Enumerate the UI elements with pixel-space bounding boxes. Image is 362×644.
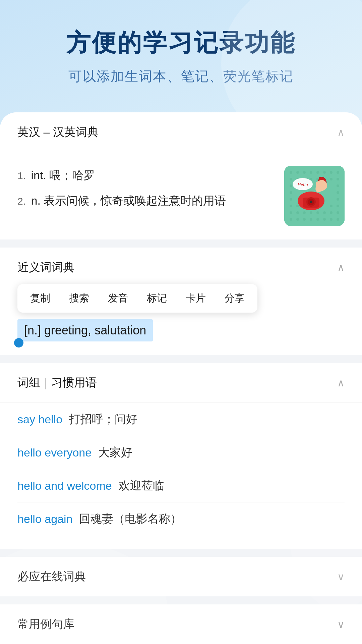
context-menu-copy[interactable]: 复制 [21, 284, 60, 313]
synonyms-section: 近义词词典 ∧ 复制 搜索 发音 标记 卡片 分享 [n.] greeting,… [0, 248, 362, 355]
phrase-english-3: hello and welcome [17, 479, 112, 492]
context-menu: 复制 搜索 发音 标记 卡片 分享 [17, 284, 257, 313]
svg-point-35 [290, 218, 292, 221]
dict-content-area: 1. int. 喂；哈罗 2. n. 表示问候，惊奇或唤起注意时的用语 [0, 152, 362, 239]
definition-1: 1. int. 喂；哈罗 [17, 166, 284, 185]
selection-handle-left[interactable] [14, 338, 23, 347]
phrase-item-2[interactable]: hello everyone 大家好 [17, 436, 345, 469]
svg-point-16 [337, 178, 339, 180]
svg-point-42 [337, 218, 339, 221]
context-menu-card[interactable]: 卡片 [176, 284, 215, 313]
context-menu-mark[interactable]: 标记 [137, 284, 176, 313]
svg-point-39 [316, 218, 319, 221]
svg-point-17 [290, 184, 292, 187]
svg-point-2 [296, 171, 299, 174]
svg-point-12 [310, 178, 312, 180]
phrase-chinese-4: 回魂妻（电影名称） [79, 511, 182, 527]
synonyms-chevron-up-icon: ∧ [337, 262, 345, 273]
svg-point-41 [330, 218, 333, 221]
svg-point-23 [290, 205, 292, 207]
synonyms-content: 复制 搜索 发音 标记 卡片 分享 [n.] greeting, salutat… [0, 284, 362, 355]
svg-text:Hello: Hello [297, 182, 308, 187]
svg-point-30 [310, 211, 312, 214]
dict-definitions: 1. int. 喂；哈罗 2. n. 表示问候，惊奇或唤起注意时的用语 [17, 166, 284, 217]
svg-point-5 [316, 171, 319, 174]
changyongliju-chevron-icon: ∨ [337, 619, 345, 630]
selected-text: [n.] greeting, salutation [17, 319, 153, 341]
def-type-1: int. [31, 169, 46, 181]
svg-point-47 [310, 201, 312, 203]
def-text-1: 喂；哈罗 [49, 169, 95, 181]
divider-1 [0, 244, 362, 248]
def-text-2: 表示问候，惊奇或唤起注意时的用语 [44, 194, 226, 207]
svg-point-28 [296, 211, 299, 214]
svg-point-21 [290, 198, 292, 201]
svg-point-27 [290, 211, 292, 214]
svg-point-9 [290, 178, 292, 180]
phrase-english-4: hello again [17, 513, 72, 526]
def-num-1: 1. [17, 170, 26, 181]
svg-point-6 [323, 171, 326, 174]
synonyms-section-header[interactable]: 近义词词典 ∧ [0, 248, 362, 287]
phrase-chinese-2: 大家好 [98, 445, 132, 460]
svg-point-26 [330, 205, 333, 207]
phrase-chinese-3: 欢迎莅临 [119, 478, 164, 493]
svg-point-31 [316, 211, 319, 214]
def-num-2: 2. [17, 196, 26, 207]
svg-point-33 [330, 211, 333, 214]
svg-point-25 [337, 205, 339, 207]
divider-2 [0, 359, 362, 363]
svg-point-18 [337, 184, 339, 187]
phrase-english-2: hello everyone [17, 446, 92, 459]
def-type-2: n. [31, 194, 40, 207]
context-menu-share[interactable]: 分享 [215, 284, 254, 313]
context-menu-search[interactable]: 搜索 [60, 284, 99, 313]
svg-point-7 [330, 171, 333, 174]
hello-illustration: Hello [284, 166, 345, 226]
phrases-chevron-up-icon: ∧ [337, 377, 345, 389]
page-container: 方便的学习记录功能 可以添加生词本、笔记、荧光笔标记 英汉 – 汉英词典 ∧ 1… [0, 0, 362, 644]
svg-point-34 [337, 211, 339, 214]
svg-point-22 [337, 198, 339, 201]
phrase-english-1: say hello [17, 413, 62, 426]
svg-point-20 [337, 191, 339, 194]
definition-2: 2. n. 表示问候，惊奇或唤起注意时的用语 [17, 191, 284, 211]
svg-point-15 [330, 178, 333, 180]
context-menu-pronunciation[interactable]: 发音 [99, 284, 137, 313]
synonyms-section-title: 近义词词典 [17, 260, 74, 275]
svg-point-32 [323, 211, 326, 214]
svg-point-36 [296, 218, 299, 221]
phrase-item-1[interactable]: say hello 打招呼；问好 [17, 403, 345, 436]
svg-point-1 [290, 171, 292, 174]
svg-point-8 [337, 171, 339, 174]
svg-point-38 [310, 218, 312, 221]
svg-point-19 [290, 191, 292, 194]
ehan-section-title: 英汉 – 汉英词典 [17, 124, 99, 140]
phrases-section-header[interactable]: 词组｜习惯用语 ∧ [0, 363, 362, 403]
dict-content: 1. int. 喂；哈罗 2. n. 表示问候，惊奇或唤起注意时的用语 [17, 166, 345, 226]
svg-point-40 [323, 218, 326, 221]
svg-point-24 [296, 205, 299, 207]
phrase-chinese-1: 打招呼；问好 [69, 412, 137, 427]
selected-text-wrapper: [n.] greeting, salutation [17, 319, 345, 341]
svg-point-29 [303, 211, 306, 214]
svg-point-37 [303, 218, 306, 221]
svg-point-4 [310, 171, 312, 174]
phrases-section-title: 词组｜习惯用语 [17, 375, 97, 390]
svg-point-3 [303, 171, 306, 174]
